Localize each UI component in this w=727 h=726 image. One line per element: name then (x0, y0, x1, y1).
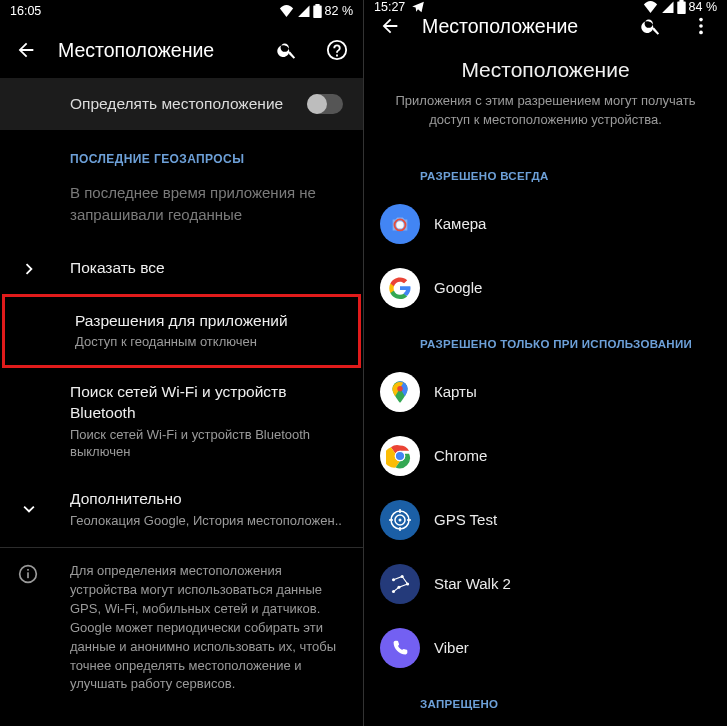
back-button[interactable] (14, 38, 38, 62)
svg-point-9 (397, 386, 402, 391)
search-button[interactable] (639, 14, 663, 38)
app-label: Star Walk 2 (434, 575, 511, 592)
show-all-item[interactable]: Показать все (0, 244, 363, 294)
app-row-starwalk[interactable]: Star Walk 2 (364, 552, 727, 616)
app-label: GPS Test (434, 511, 497, 528)
battery-icon (313, 4, 322, 18)
location-toggle-switch[interactable] (307, 94, 343, 114)
app-bar: Местоположение (364, 14, 727, 38)
section-allowed-inuse: РАЗРЕШЕНО ТОЛЬКО ПРИ ИСПОЛЬЗОВАНИИ (364, 320, 727, 360)
screen-location-permission: 15:27 84 % Местоположение Местоположение… (364, 0, 727, 726)
advanced-item[interactable]: Дополнительно Геолокация Google, История… (0, 475, 363, 543)
app-permissions-item[interactable]: Разрешения для приложений Доступ к геода… (5, 297, 358, 365)
search-icon (276, 39, 298, 61)
app-row-camera[interactable]: Камера (364, 192, 727, 256)
status-time: 16:05 (10, 4, 41, 18)
camera-app-icon (380, 204, 420, 244)
wifi-icon (643, 1, 658, 13)
status-bar: 16:05 82 % (0, 0, 363, 22)
svg-rect-2 (27, 573, 29, 579)
highlight-annotation: Разрешения для приложений Доступ к геода… (2, 294, 361, 368)
app-label: Карты (434, 383, 477, 400)
arrow-back-icon (379, 15, 401, 37)
advanced-title: Дополнительно (70, 489, 347, 510)
status-battery-pct: 82 % (325, 4, 354, 18)
section-recent-requests: ПОСЛЕДНИЕ ГЕОЗАПРОСЫ (0, 130, 363, 176)
viber-app-icon (380, 628, 420, 668)
svg-rect-3 (27, 569, 29, 571)
search-icon (640, 15, 662, 37)
app-bar: Местоположение (0, 22, 363, 78)
app-row-recorder[interactable]: Диктофон (364, 720, 727, 726)
app-label: Google (434, 279, 482, 296)
show-all-label: Показать все (70, 258, 347, 279)
section-allowed-always: РАЗРЕШЕНО ВСЕГДА (364, 152, 727, 192)
battery-icon (677, 0, 686, 14)
screen-location-settings: 16:05 82 % Местоположение Определять мес… (0, 0, 363, 726)
permission-heading: Местоположение (364, 38, 727, 92)
more-vert-icon (690, 15, 712, 37)
svg-point-5 (699, 24, 703, 28)
help-button[interactable] (325, 38, 349, 62)
app-permissions-sub: Доступ к геоданным отключен (75, 333, 342, 351)
status-time: 15:27 (374, 0, 405, 14)
status-bar: 15:27 84 % (364, 0, 727, 14)
app-label: Камера (434, 215, 486, 232)
wifi-icon (279, 5, 294, 17)
advanced-sub: Геолокация Google, История местоположен.… (70, 512, 347, 530)
app-permissions-title: Разрешения для приложений (75, 311, 342, 332)
starwalk-app-icon (380, 564, 420, 604)
svg-point-4 (699, 18, 703, 22)
info-text: Для определения местоположения устройств… (70, 562, 345, 694)
app-row-gpstest[interactable]: GPS Test (364, 488, 727, 552)
app-row-chrome[interactable]: Chrome (364, 424, 727, 488)
signal-icon (297, 5, 310, 17)
status-right: 82 % (279, 4, 354, 18)
google-app-icon (380, 268, 420, 308)
back-button[interactable] (378, 14, 402, 38)
location-toggle-label: Определять местоположение (70, 95, 283, 113)
recent-requests-empty: В последнее время приложения не запрашив… (0, 176, 363, 244)
page-title: Местоположение (422, 15, 619, 38)
maps-app-icon (380, 372, 420, 412)
location-toggle-row[interactable]: Определять местоположение (0, 78, 363, 130)
section-denied: ЗАПРЕЩЕНО (364, 680, 727, 720)
overflow-button[interactable] (689, 14, 713, 38)
wifi-bt-scan-item[interactable]: Поиск сетей Wi-Fi и устройств Bluetooth … (0, 368, 363, 475)
svg-point-6 (699, 31, 703, 35)
telegram-icon (411, 0, 425, 14)
search-button[interactable] (275, 38, 299, 62)
help-icon (326, 39, 348, 61)
chevron-right-icon (18, 258, 40, 280)
info-icon (18, 564, 38, 584)
svg-point-15 (399, 518, 402, 521)
status-right: 84 % (643, 0, 718, 14)
app-row-viber[interactable]: Viber (364, 616, 727, 680)
arrow-back-icon (15, 39, 37, 61)
app-row-maps[interactable]: Карты (364, 360, 727, 424)
permission-description: Приложения с этим разрешением могут полу… (364, 92, 727, 148)
wifi-bt-scan-title: Поиск сетей Wi-Fi и устройств Bluetooth (70, 382, 347, 424)
app-row-google[interactable]: Google (364, 256, 727, 320)
wifi-bt-scan-sub: Поиск сетей Wi-Fi и устройств Bluetooth … (70, 426, 347, 461)
info-footer: Для определения местоположения устройств… (0, 548, 363, 708)
chevron-down-icon (18, 498, 40, 520)
signal-icon (661, 1, 674, 13)
page-title: Местоположение (58, 39, 255, 62)
app-label: Viber (434, 639, 469, 656)
status-battery-pct: 84 % (689, 0, 718, 14)
chrome-app-icon (380, 436, 420, 476)
app-label: Chrome (434, 447, 487, 464)
gpstest-app-icon (380, 500, 420, 540)
